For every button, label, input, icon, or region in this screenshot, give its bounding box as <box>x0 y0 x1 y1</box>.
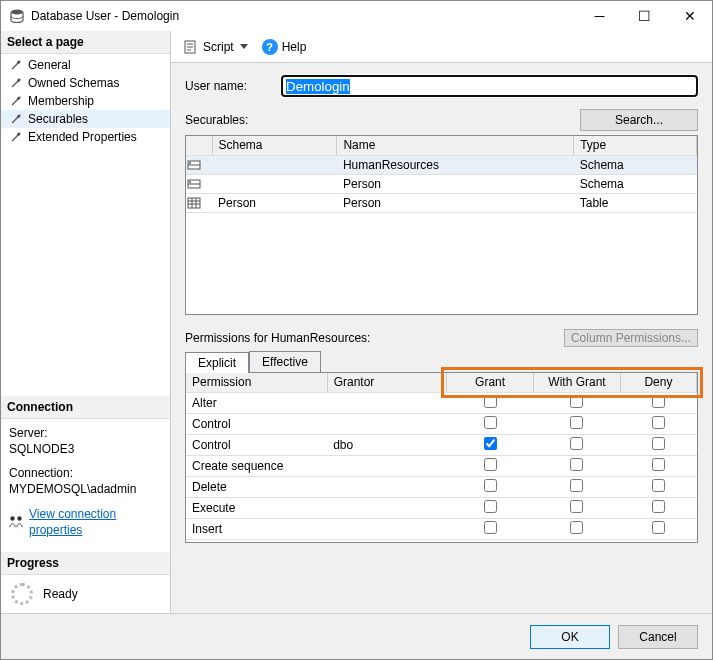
connection-icon <box>9 515 23 529</box>
page-item-extended-properties[interactable]: Extended Properties <box>1 128 170 146</box>
svg-point-5 <box>189 162 191 164</box>
script-button[interactable]: Script <box>179 37 252 57</box>
perm-checkbox[interactable] <box>570 437 583 450</box>
perm-row[interactable]: Execute <box>186 497 697 518</box>
perm-checkbox[interactable] <box>652 437 665 450</box>
spinner-icon <box>11 583 33 605</box>
securables-col[interactable]: Name <box>337 136 574 155</box>
perm-checkbox[interactable] <box>652 521 665 534</box>
progress-status: Ready <box>43 587 78 601</box>
perm-checkbox[interactable] <box>484 521 497 534</box>
view-connection-properties-link[interactable]: View connection properties <box>29 506 162 538</box>
username-label: User name: <box>185 79 271 93</box>
page-item-securables[interactable]: Securables <box>1 110 170 128</box>
perm-checkbox[interactable] <box>652 416 665 429</box>
securables-col[interactable]: Type <box>574 136 697 155</box>
perm-col-permission[interactable]: Permission <box>186 373 327 392</box>
perm-row[interactable]: Insert <box>186 518 697 539</box>
titlebar[interactable]: Database User - Demologin ─ ☐ ✕ <box>1 1 712 31</box>
perm-checkbox[interactable] <box>484 437 497 450</box>
schema-icon <box>186 174 212 193</box>
perm-checkbox[interactable] <box>484 458 497 471</box>
perm-col-grantor[interactable]: Grantor <box>327 373 446 392</box>
wrench-icon <box>9 94 23 108</box>
perm-checkbox[interactable] <box>652 458 665 471</box>
ok-button[interactable]: OK <box>530 625 610 649</box>
column-permissions-button: Column Permissions... <box>564 329 698 347</box>
connection-label: Connection: <box>9 465 162 481</box>
permissions-tabs: Explicit Effective <box>185 351 698 373</box>
permissions-label: Permissions for HumanResources: <box>185 331 564 345</box>
securables-col[interactable] <box>186 136 212 155</box>
perm-checkbox[interactable] <box>652 395 665 408</box>
db-icon <box>9 8 25 24</box>
help-icon: ? <box>262 39 278 55</box>
server-label: Server: <box>9 425 162 441</box>
perm-checkbox[interactable] <box>484 500 497 513</box>
perm-row[interactable]: Control <box>186 413 697 434</box>
perm-row[interactable]: Alter <box>186 392 697 413</box>
perm-checkbox[interactable] <box>570 500 583 513</box>
cancel-button[interactable]: Cancel <box>618 625 698 649</box>
maximize-button[interactable]: ☐ <box>622 1 667 31</box>
progress-head: Progress <box>1 552 170 575</box>
svg-point-1 <box>10 516 14 520</box>
perm-row[interactable]: Delete <box>186 476 697 497</box>
wrench-icon <box>9 112 23 126</box>
username-input[interactable] <box>281 75 698 97</box>
page-list: GeneralOwned SchemasMembershipSecurables… <box>1 56 170 146</box>
perm-checkbox[interactable] <box>484 479 497 492</box>
securables-row[interactable]: PersonSchema <box>186 174 697 193</box>
table-icon <box>186 193 212 212</box>
securables-row[interactable]: PersonPersonTable <box>186 193 697 212</box>
perm-col-with-grant[interactable]: With Grant <box>534 373 621 392</box>
wrench-icon <box>9 130 23 144</box>
minimize-button[interactable]: ─ <box>577 1 622 31</box>
wrench-icon <box>9 58 23 72</box>
perm-checkbox[interactable] <box>570 521 583 534</box>
perm-checkbox[interactable] <box>484 542 497 544</box>
perm-row[interactable]: Create sequence <box>186 455 697 476</box>
tab-explicit[interactable]: Explicit <box>185 352 249 373</box>
page-item-owned-schemas[interactable]: Owned Schemas <box>1 74 170 92</box>
svg-point-2 <box>17 516 21 520</box>
perm-col-deny[interactable]: Deny <box>620 373 696 392</box>
securables-col[interactable]: Schema <box>212 136 337 155</box>
pages-head: Select a page <box>1 31 170 54</box>
perm-checkbox[interactable] <box>570 479 583 492</box>
wrench-icon <box>9 76 23 90</box>
perm-checkbox[interactable] <box>484 416 497 429</box>
chevron-down-icon <box>240 44 248 49</box>
perm-col-grant[interactable]: Grant <box>447 373 534 392</box>
toolbar: Script ? Help <box>171 31 712 63</box>
page-item-general[interactable]: General <box>1 56 170 74</box>
tab-effective[interactable]: Effective <box>249 351 321 372</box>
perm-checkbox[interactable] <box>652 479 665 492</box>
help-button[interactable]: ? Help <box>258 37 311 57</box>
svg-point-7 <box>189 181 191 183</box>
close-button[interactable]: ✕ <box>667 1 712 31</box>
perm-checkbox[interactable] <box>570 395 583 408</box>
perm-checkbox[interactable] <box>652 500 665 513</box>
schema-icon <box>186 155 212 174</box>
svg-rect-8 <box>188 198 200 208</box>
window-title: Database User - Demologin <box>31 9 577 23</box>
page-item-membership[interactable]: Membership <box>1 92 170 110</box>
connection-head: Connection <box>1 396 170 419</box>
perm-checkbox[interactable] <box>570 542 583 544</box>
perm-checkbox[interactable] <box>484 395 497 408</box>
securables-grid[interactable]: SchemaNameType HumanResourcesSchemaPerso… <box>185 135 698 315</box>
search-button[interactable]: Search... <box>580 109 698 131</box>
svg-point-0 <box>11 10 23 15</box>
perm-checkbox[interactable] <box>570 458 583 471</box>
perm-checkbox[interactable] <box>652 542 665 544</box>
perm-row[interactable]: References <box>186 539 697 543</box>
perm-checkbox[interactable] <box>570 416 583 429</box>
connection-value: MYDEMOSQL\adadmin <box>9 481 162 497</box>
perm-row[interactable]: Controldbo <box>186 434 697 455</box>
server-value: SQLNODE3 <box>9 441 162 457</box>
dialog-footer: OK Cancel <box>1 613 712 659</box>
securables-label: Securables: <box>185 113 580 127</box>
permissions-grid[interactable]: PermissionGrantorGrantWith GrantDeny Alt… <box>185 373 698 543</box>
securables-row[interactable]: HumanResourcesSchema <box>186 155 697 174</box>
